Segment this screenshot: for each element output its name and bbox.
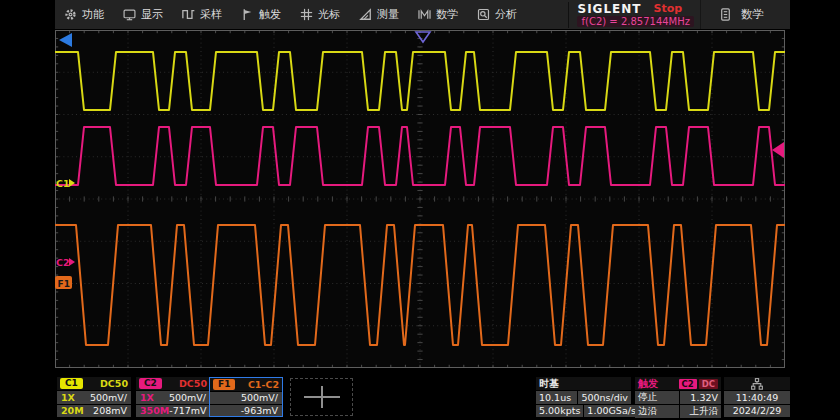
trigger-panel[interactable]: 触发 C2 DC 停止 1.32V 边沿 上升沿 [635,377,721,417]
channel-measurement: -963mV [241,405,278,416]
menu-item-label: 采样 [200,7,222,22]
channel-value-row: 350M -717mV [136,405,210,418]
timebase-panel[interactable]: 时基 10.1us 500ns/div 5.00kpts 1.00GSa/s [536,377,631,417]
trigger-source-badge: C2 [679,379,697,389]
trace-label-f1: F1 [58,279,70,289]
trace-label-c2: C2 [56,257,70,268]
menu-strip: 功能显示采样触发光标测量数学分析 SIGLENT Stop f(C2) = 2.… [55,0,790,29]
clock-time: 11:40:49 [724,391,790,404]
menu-item-label: 光标 [318,7,340,22]
display-icon [123,8,136,21]
channel-box-f1[interactable]: F1 C1-C2 500mV/ -963mV [209,377,283,417]
add-trace-slot[interactable] [290,378,353,416]
list-icon [719,8,732,21]
menu-item-label: 数学 [436,7,458,22]
timebase-title: 时基 [539,377,559,391]
sample-icon [182,8,195,21]
siglent-logo: SIGLENT [577,3,641,15]
trigger-title: 触发 [638,377,658,391]
channel-scale-row: 500mV/ [210,392,282,404]
channel-value-row: 20M 208mV [57,405,131,418]
channel-badge: F1 [213,379,235,390]
brand-block: SIGLENT Stop f(C2) = 2.857144MHz [568,2,700,28]
channel-value-row: -963mV [210,405,282,417]
probe-attenuation: 1X [140,392,154,403]
channel-badge: C2 [139,378,162,389]
dialog-indicator-label: 数学 [741,7,764,22]
menu-item-label: 测量 [377,7,399,22]
channel-coupling: C1-C2 [248,379,279,390]
channel-header: C2 DC50 [136,377,210,390]
channel-header: F1 C1-C2 [210,378,282,391]
menu-item-cursor[interactable]: 光标 [291,0,350,29]
menu-item-display[interactable]: 显示 [114,0,173,29]
timebase-delay: 10.1us [536,391,577,404]
volts-per-div: 500mV/ [169,392,206,403]
menu-item-sample[interactable]: 采样 [173,0,232,29]
volts-per-div: 500mV/ [241,392,278,403]
menu-item-label: 分析 [495,7,517,22]
oscilloscope-screen: 功能显示采样触发光标测量数学分析 SIGLENT Stop f(C2) = 2.… [0,0,840,420]
bandwidth-limit: 20M [61,405,84,416]
channel-badge: C1 [60,378,83,389]
trigger-slope: 上升沿 [680,405,721,418]
run-state-indicator[interactable]: Stop [654,3,683,15]
channel-scale-row: 1X 500mV/ [136,391,210,404]
cursor-icon [300,8,313,21]
menu-item-flag[interactable]: 触发 [232,0,291,29]
acquire-points: 5.00kpts [536,405,583,418]
bandwidth-limit: 350M [140,405,169,416]
channel-coupling: DC50 [100,378,128,389]
sample-rate: 1.00GSa/s [584,405,639,418]
frequency-counter-readout: f(C2) = 2.857144MHz [577,16,694,27]
menu-item-analyze[interactable]: 分析 [468,0,527,29]
channel-scale-row: 1X 500mV/ [57,391,131,404]
channel-header: C1 DC50 [57,377,131,390]
gear-icon [64,8,77,21]
volts-per-div: 500mV/ [90,392,127,403]
trigger-type: 边沿 [635,405,679,418]
network-icon[interactable] [751,378,763,390]
channel-box-c1[interactable]: C1 DC50 1X 500mV/ 20M 208mV [57,377,131,417]
channel-box-c2[interactable]: C2 DC50 1X 500mV/ 350M -717mV [136,377,210,417]
clock-date: 2024/2/29 [724,405,790,418]
measure-icon [359,8,372,21]
open-dialog-indicator[interactable]: 数学 [700,0,790,29]
menu-item-math[interactable]: 数学 [409,0,468,29]
channel-measurement: 208mV [93,405,127,416]
menu-item-label: 显示 [141,7,163,22]
math-icon [418,8,431,21]
channel-measurement: -717mV [169,405,206,416]
menu-item-gear[interactable]: 功能 [55,0,114,29]
menu-item-measure[interactable]: 测量 [350,0,409,29]
menu-item-label: 触发 [259,7,281,22]
plus-icon [321,386,323,408]
datetime-panel: 11:40:49 2024/2/29 [724,377,790,417]
trigger-state: 停止 [635,391,679,404]
menu-item-label: 功能 [82,7,104,22]
channel-coupling: DC50 [179,378,207,389]
status-bar: C1 DC50 1X 500mV/ 20M 208mV C2 DC50 1X 5… [0,372,840,420]
trace-label-c1: C1 [56,178,70,189]
flag-icon [241,8,254,21]
top-menu-bar: 功能显示采样触发光标测量数学分析 SIGLENT Stop f(C2) = 2.… [0,0,840,29]
trigger-level: 1.32V [680,391,721,404]
timebase-scale: 500ns/div [578,391,631,404]
trigger-coupling-badge: DC [699,379,718,389]
waveform-plot: C1C2F1 [55,30,785,368]
waveform-display-area[interactable]: C1C2F1 [55,30,785,368]
analyze-icon [477,8,490,21]
probe-attenuation: 1X [61,392,75,403]
